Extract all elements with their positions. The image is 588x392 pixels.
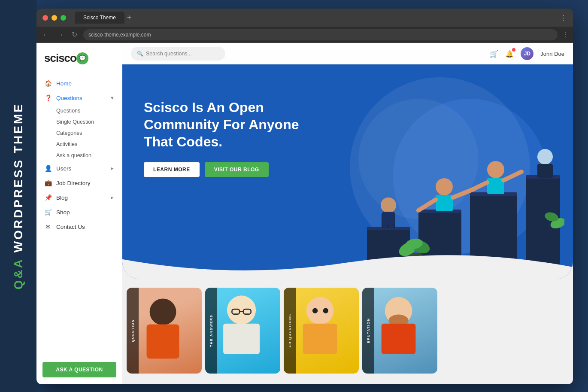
sidebar: scisco 💬 🏠 Home ❓ Questions ▼ [36, 43, 122, 384]
users-icon: 👤 [44, 165, 52, 172]
page-wrapper: Scisco Is An Open Community For Anyone T… [122, 43, 573, 384]
reload-button[interactable]: ↻ [70, 30, 79, 40]
search-icon: 🔍 [137, 51, 143, 57]
svg-rect-31 [383, 224, 387, 228]
hero-section: Scisco Is An Open Community For Anyone T… [122, 64, 573, 279]
submenu-single-question[interactable]: Single Question [36, 116, 122, 128]
search-bar[interactable]: 🔍 [131, 47, 225, 61]
submenu-categories[interactable]: Categories [36, 128, 122, 139]
vertical-sidebar: Q&A WORDPRESS THEME [0, 0, 36, 392]
browser-menu-dots[interactable]: ⋮ [560, 14, 567, 22]
hero-wave [122, 246, 573, 279]
home-icon: 🏠 [44, 80, 52, 87]
header-right: 🛒 🔔 JD John Doe [490, 47, 564, 60]
sidebar-item-contact[interactable]: ✉ Contact Us [36, 219, 122, 234]
svg-rect-44 [303, 324, 337, 354]
blog-icon: 📌 [44, 194, 52, 201]
sidebar-item-job-directory[interactable]: 💼 Job Directory [36, 176, 122, 190]
browser-window: Scisco Theme + ⋮ ← → ↻ scisco-theme.exam… [36, 9, 573, 384]
svg-rect-47 [382, 324, 416, 354]
traffic-light-close[interactable] [42, 15, 48, 21]
card-1: QUESTION [127, 288, 202, 374]
svg-point-42 [312, 308, 318, 313]
sidebar-item-blog-label: Blog [56, 194, 68, 201]
ask-question-button[interactable]: ASK A QUESTION [42, 362, 116, 377]
address-field[interactable]: scisco-theme.example.com [83, 29, 558, 40]
traffic-light-maximize[interactable] [61, 15, 66, 21]
svg-point-41 [306, 297, 334, 325]
svg-point-16 [487, 161, 504, 178]
sidebar-item-users[interactable]: 👤 Users ► [36, 161, 122, 176]
cart-icon[interactable]: 🛒 [490, 50, 498, 58]
sidebar-item-shop-label: Shop [56, 209, 70, 216]
sidebar-item-job-label: Job Directory [56, 180, 91, 186]
logo-emoji: 💬 [79, 55, 86, 61]
hero-title: Scisco Is An Open Community For Anyone T… [144, 99, 307, 150]
active-tab[interactable]: Scisco Theme [75, 12, 124, 24]
sidebar-item-contact-label: Contact Us [56, 224, 85, 230]
hero-content: Scisco Is An Open Community For Anyone T… [144, 99, 307, 177]
sidebar-item-home-label: Home [56, 80, 72, 87]
svg-point-20 [537, 149, 553, 164]
submenu-questions[interactable]: Questions [36, 105, 122, 116]
svg-rect-21 [537, 164, 553, 178]
sidebar-nav: 🏠 Home ❓ Questions ▼ Questions Single Qu… [36, 73, 122, 357]
learn-more-button[interactable]: LEARN MORE [144, 162, 200, 177]
card-3: ER QUESTIONS [284, 288, 359, 374]
job-icon: 💼 [44, 179, 52, 186]
svg-point-36 [227, 295, 256, 324]
main-header: 🔍 🛒 🔔 JD John Doe [122, 43, 573, 64]
contact-icon: ✉ [44, 223, 52, 230]
main-content: 🔍 🛒 🔔 JD John Doe [122, 43, 573, 384]
avatar: JD [521, 47, 533, 60]
svg-rect-35 [135, 348, 191, 371]
user-name: John Doe [540, 51, 564, 57]
notification-icon[interactable]: 🔔 [505, 50, 514, 58]
notification-badge [512, 48, 515, 52]
card-2-person [214, 292, 270, 374]
svg-rect-30 [382, 212, 394, 225]
browser-topbar: Scisco Theme + ⋮ [36, 9, 573, 27]
users-chevron-icon: ► [110, 166, 115, 171]
tab-label: Scisco Theme [83, 15, 116, 21]
address-text: scisco-theme.example.com [88, 32, 151, 38]
submenu-activities[interactable]: Activities [36, 139, 122, 150]
svg-rect-32 [389, 224, 394, 228]
address-bar: ← → ↻ scisco-theme.example.com ⋮ [36, 27, 573, 43]
visit-blog-button[interactable]: VISIT OUR BLOG [205, 162, 269, 177]
logo-icon: 💬 [76, 52, 88, 64]
sidebar-item-questions-label: Questions [56, 95, 82, 101]
card-1-person [135, 292, 191, 374]
hero-buttons: LEARN MORE VISIT OUR BLOG [144, 162, 307, 177]
card-2: THE ANSWERS [205, 288, 280, 374]
question-icon: ❓ [44, 94, 52, 101]
sidebar-item-questions[interactable]: ❓ Questions ▼ [36, 91, 122, 105]
card-4: EPUTATION [362, 288, 437, 374]
new-tab-button[interactable]: + [127, 13, 132, 22]
sidebar-logo: scisco 💬 [36, 43, 122, 73]
svg-point-43 [323, 308, 328, 313]
svg-rect-13 [436, 195, 453, 211]
sidebar-item-users-label: Users [56, 165, 71, 172]
traffic-light-minimize[interactable] [52, 15, 57, 21]
questions-submenu: Questions Single Question Categories Act… [36, 105, 122, 161]
sidebar-item-shop[interactable]: 🛒 Shop [36, 205, 122, 219]
card-3-person [292, 292, 348, 374]
card-4-person [371, 292, 427, 374]
logo-wrapper: scisco 💬 [44, 52, 88, 65]
svg-point-29 [382, 198, 395, 212]
blog-chevron-icon: ► [110, 195, 115, 200]
svg-rect-40 [223, 324, 260, 354]
tab-bar: Scisco Theme + [75, 12, 557, 24]
svg-point-33 [150, 298, 176, 325]
cards-section: QUESTION THE ANSWERS [122, 279, 573, 378]
submenu-ask-question[interactable]: Ask a question [36, 150, 122, 161]
sidebar-item-blog[interactable]: 📌 Blog ► [36, 190, 122, 205]
sidebar-item-home[interactable]: 🏠 Home [36, 76, 122, 91]
svg-point-12 [436, 178, 453, 195]
shop-icon: 🛒 [44, 209, 52, 216]
forward-button[interactable]: → [55, 30, 66, 40]
back-button[interactable]: ← [41, 30, 51, 40]
search-input[interactable] [146, 51, 215, 57]
browser-options[interactable]: ⋮ [562, 30, 569, 39]
